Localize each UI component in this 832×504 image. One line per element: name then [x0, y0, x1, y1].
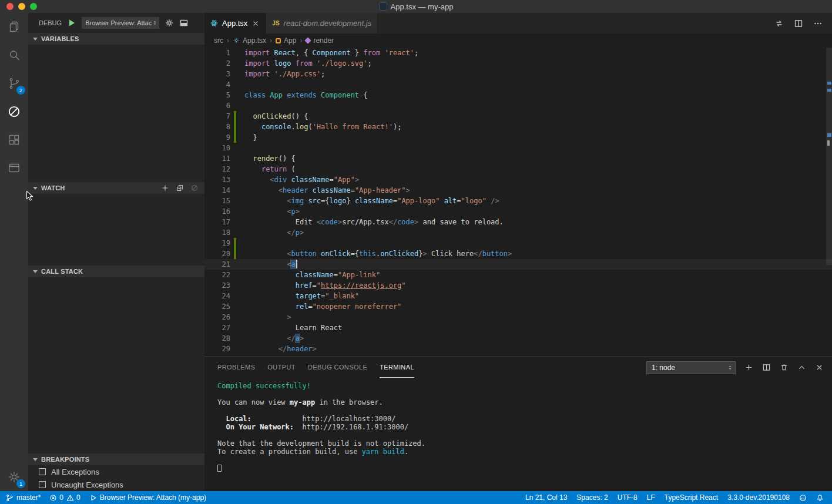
- uncaught-exceptions-checkbox[interactable]: [39, 481, 46, 488]
- line-number[interactable]: 16: [204, 206, 230, 217]
- code-line[interactable]: 19: [204, 238, 832, 248]
- breadcrumb-app-class[interactable]: App: [276, 36, 296, 45]
- line-number[interactable]: 25: [204, 301, 230, 312]
- split-terminal-icon[interactable]: [762, 363, 771, 372]
- all-exceptions-checkbox[interactable]: [39, 468, 46, 475]
- code-line[interactable]: 21 <a: [204, 259, 832, 270]
- git-branch-status[interactable]: master*: [6, 493, 41, 502]
- breakpoint-all-exceptions[interactable]: All Exceptions: [28, 465, 204, 478]
- line-number[interactable]: 22: [204, 270, 230, 280]
- line-number[interactable]: 3: [204, 69, 230, 79]
- extensions-icon[interactable]: [0, 126, 28, 154]
- line-number[interactable]: 10: [204, 143, 230, 153]
- code-line[interactable]: 27 Learn React: [204, 322, 832, 333]
- notifications-bell-icon[interactable]: [816, 494, 824, 502]
- code-line[interactable]: 22 className="App-link": [204, 270, 832, 280]
- code-line[interactable]: 1import React, { Component } from 'react…: [204, 48, 832, 58]
- code-line[interactable]: 4: [204, 79, 832, 90]
- breadcrumb-app-tsx[interactable]: App.tsx: [233, 36, 266, 45]
- line-number[interactable]: 24: [204, 291, 230, 301]
- line-number[interactable]: 27: [204, 322, 230, 333]
- code-line[interactable]: 18 </p>: [204, 227, 832, 238]
- code-line[interactable]: 29 </header>: [204, 344, 832, 354]
- line-number[interactable]: 23: [204, 280, 230, 291]
- remove-all-watch-icon[interactable]: [190, 184, 199, 192]
- line-number[interactable]: 7: [204, 111, 230, 122]
- split-editor-icon[interactable]: [794, 19, 803, 28]
- line-number[interactable]: 12: [204, 164, 230, 174]
- breadcrumb-render-method[interactable]: render: [306, 36, 334, 45]
- code-line[interactable]: 12 return (: [204, 164, 832, 174]
- tab-app-tsx[interactable]: App.tsx: [204, 13, 266, 33]
- line-number[interactable]: 2: [204, 58, 230, 69]
- editor-scrollbar[interactable]: [826, 48, 832, 357]
- code-line[interactable]: 15 <img src={logo} className="App-logo" …: [204, 196, 832, 206]
- code-line[interactable]: 17 Edit <code>src/App.tsx</code> and sav…: [204, 217, 832, 227]
- line-number[interactable]: 6: [204, 100, 230, 111]
- toggle-debug-console-icon[interactable]: [179, 18, 189, 28]
- settings-gear-icon[interactable]: 1: [0, 463, 28, 491]
- watch-section-header[interactable]: WATCH: [28, 182, 204, 194]
- code-line[interactable]: 23 href="https://reactjs.org": [204, 280, 832, 291]
- browser-preview-icon[interactable]: [0, 154, 28, 182]
- breakpoint-uncaught-exceptions[interactable]: Uncaught Exceptions: [28, 478, 204, 491]
- code-line[interactable]: 10: [204, 143, 832, 153]
- code-line[interactable]: 6: [204, 100, 832, 111]
- terminal[interactable]: Compiled successfully!You can now view m…: [204, 378, 832, 491]
- terminal-instance-select[interactable]: 1: node: [646, 361, 736, 374]
- code-line[interactable]: 7 onClicked() {: [204, 111, 832, 122]
- line-number[interactable]: 1: [204, 48, 230, 58]
- tab-react-dom-development-js[interactable]: JS react-dom.development.js: [266, 13, 378, 33]
- line-number[interactable]: 18: [204, 227, 230, 238]
- line-number[interactable]: 13: [204, 174, 230, 185]
- configure-gear-icon[interactable]: [165, 18, 174, 28]
- code-editor[interactable]: 1import React, { Component } from 'react…: [204, 48, 832, 357]
- code-line[interactable]: 14 <header className="App-header">: [204, 185, 832, 196]
- code-line[interactable]: 8 console.log('Hallo from React!');: [204, 122, 832, 132]
- variables-section-header[interactable]: VARIABLES: [28, 33, 204, 45]
- code-line[interactable]: 5class App extends Component {: [204, 90, 832, 100]
- close-tab-icon[interactable]: [251, 19, 260, 28]
- debug-icon[interactable]: [0, 98, 28, 126]
- tab-terminal[interactable]: TERMINAL: [380, 357, 414, 378]
- add-watch-expression-icon[interactable]: [161, 184, 169, 192]
- line-number[interactable]: 20: [204, 248, 230, 259]
- search-icon[interactable]: [0, 41, 28, 69]
- call-stack-section-header[interactable]: CALL STACK: [28, 266, 204, 277]
- language-mode-status[interactable]: TypeScript React: [665, 493, 718, 502]
- feedback-smiley-icon[interactable]: [799, 494, 807, 502]
- debug-attach-status[interactable]: Browser Preview: Attach (my-app): [89, 493, 206, 502]
- line-number[interactable]: 21: [204, 259, 230, 270]
- eol-status[interactable]: LF: [647, 493, 655, 502]
- line-number[interactable]: 11: [204, 153, 230, 164]
- line-number[interactable]: 9: [204, 132, 230, 143]
- code-line[interactable]: 13 <div className="App">: [204, 174, 832, 185]
- line-number[interactable]: 29: [204, 344, 230, 354]
- start-debug-button[interactable]: [67, 18, 76, 28]
- line-number[interactable]: 28: [204, 333, 230, 344]
- close-panel-icon[interactable]: [815, 363, 824, 372]
- source-control-icon[interactable]: 2: [0, 69, 28, 98]
- line-number[interactable]: 15: [204, 196, 230, 206]
- sync-changes-icon[interactable]: [774, 19, 784, 28]
- tab-output[interactable]: OUTPUT: [267, 357, 296, 378]
- breakpoints-section-header[interactable]: BREAKPOINTS: [28, 453, 204, 465]
- scrollbar-thumb[interactable]: [826, 48, 832, 265]
- new-terminal-icon[interactable]: [744, 363, 753, 372]
- code-line[interactable]: 11 render() {: [204, 153, 832, 164]
- collapse-all-icon[interactable]: [176, 184, 184, 192]
- breadcrumb-src[interactable]: src: [214, 36, 223, 45]
- debug-configuration-select[interactable]: Browser Preview: Attac: [82, 17, 159, 29]
- code-line[interactable]: 3import './App.css';: [204, 69, 832, 79]
- code-line[interactable]: 20 <button onClick={this.onClicked}> Cli…: [204, 248, 832, 259]
- close-window-button[interactable]: [6, 3, 14, 10]
- code-line[interactable]: 9 }: [204, 132, 832, 143]
- line-number[interactable]: 4: [204, 79, 230, 90]
- tab-problems[interactable]: PROBLEMS: [217, 357, 255, 378]
- code-line[interactable]: 28 </a>: [204, 333, 832, 344]
- encoding-status[interactable]: UTF-8: [618, 493, 638, 502]
- tab-debug-console[interactable]: DEBUG CONSOLE: [308, 357, 367, 378]
- code-line[interactable]: 2import logo from './logo.svg';: [204, 58, 832, 69]
- code-line[interactable]: 25 rel="noopener noreferrer": [204, 301, 832, 312]
- maximize-panel-icon[interactable]: [797, 363, 806, 372]
